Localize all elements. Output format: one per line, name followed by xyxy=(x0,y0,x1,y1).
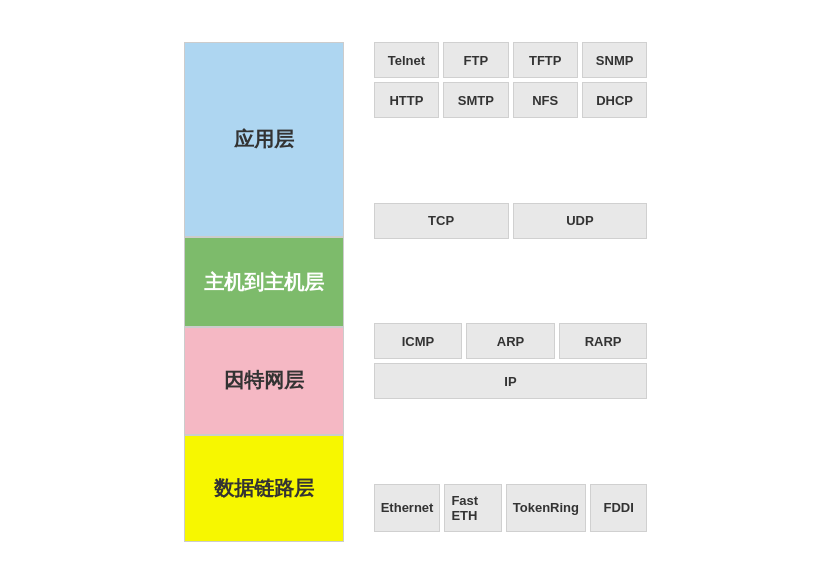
inet-protocols: ICMP ARP RARP IP xyxy=(374,323,648,399)
host-protocols: TCP UDP xyxy=(374,203,648,239)
proto-ethernet: Ethernet xyxy=(374,484,441,532)
host-row-1: TCP UDP xyxy=(374,203,648,239)
proto-udp: UDP xyxy=(513,203,648,239)
proto-tokenring: TokenRing xyxy=(506,484,586,532)
data-row-1: Ethernet Fast ETH TokenRing FDDI xyxy=(374,484,648,532)
proto-fddi: FDDI xyxy=(590,484,647,532)
proto-arp: ARP xyxy=(466,323,555,359)
layers-stack: 应用层 主机到主机层 因特网层 数据链路层 xyxy=(184,42,344,542)
proto-tftp: TFTP xyxy=(513,42,578,78)
proto-ftp: FTP xyxy=(443,42,508,78)
proto-snmp: SNMP xyxy=(582,42,647,78)
inet-row-2: IP xyxy=(374,363,648,399)
main-container: 应用层 主机到主机层 因特网层 数据链路层 Telnet FTP TFTP SN… xyxy=(164,22,668,562)
layer-data-label: 数据链路层 xyxy=(214,475,314,502)
app-row-2: HTTP SMTP NFS DHCP xyxy=(374,82,648,118)
layer-application: 应用层 xyxy=(184,42,344,237)
proto-rarp: RARP xyxy=(559,323,648,359)
layer-host-label: 主机到主机层 xyxy=(204,269,324,296)
proto-http: HTTP xyxy=(374,82,439,118)
proto-nfs: NFS xyxy=(513,82,578,118)
app-protocols: Telnet FTP TFTP SNMP HTTP SMTP NFS DHCP xyxy=(374,42,648,118)
app-row-1: Telnet FTP TFTP SNMP xyxy=(374,42,648,78)
layer-internet: 因特网层 xyxy=(184,327,344,434)
proto-telnet: Telnet xyxy=(374,42,439,78)
inet-row-1: ICMP ARP RARP xyxy=(374,323,648,359)
proto-ip: IP xyxy=(374,363,648,399)
layer-inet-label: 因特网层 xyxy=(224,367,304,394)
spacer-3 xyxy=(374,437,648,457)
layer-host: 主机到主机层 xyxy=(184,237,344,327)
proto-icmp: ICMP xyxy=(374,323,463,359)
layer-datalink: 数据链路层 xyxy=(184,435,344,542)
proto-dhcp: DHCP xyxy=(582,82,647,118)
proto-tcp: TCP xyxy=(374,203,509,239)
layer-app-label: 应用层 xyxy=(234,126,294,153)
proto-fast-eth: Fast ETH xyxy=(444,484,501,532)
spacer-1 xyxy=(374,155,648,175)
protocols-column: Telnet FTP TFTP SNMP HTTP SMTP NFS DHCP … xyxy=(374,42,648,542)
spacer-2 xyxy=(374,276,648,296)
data-protocols: Ethernet Fast ETH TokenRing FDDI xyxy=(374,484,648,532)
proto-smtp: SMTP xyxy=(443,82,508,118)
